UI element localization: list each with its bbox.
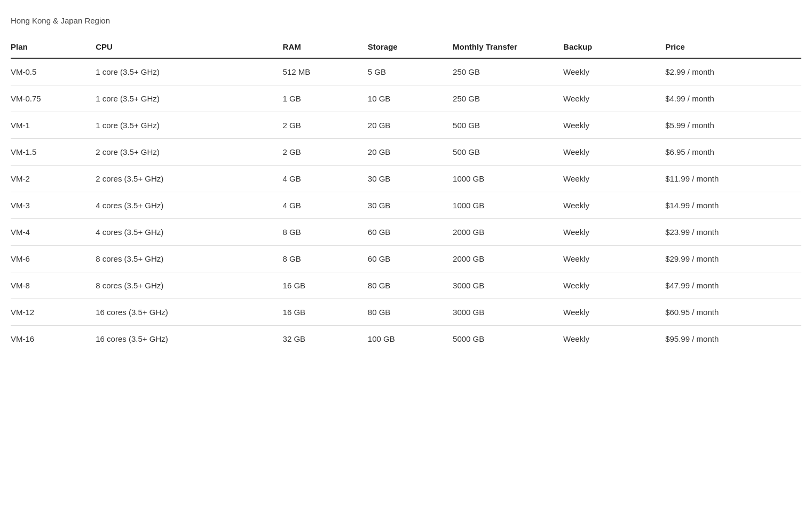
header-backup: Backup — [563, 36, 665, 58]
header-price: Price — [665, 36, 801, 58]
table-row: VM-34 cores (3.5+ GHz)4 GB30 GB1000 GBWe… — [11, 192, 801, 219]
cell-plan: VM-0.75 — [11, 85, 96, 112]
table-row: VM-68 cores (3.5+ GHz)8 GB60 GB2000 GBWe… — [11, 246, 801, 272]
cell-plan: VM-12 — [11, 299, 96, 326]
cell-price: $23.99 / month — [665, 219, 801, 246]
table-row: VM-44 cores (3.5+ GHz)8 GB60 GB2000 GBWe… — [11, 219, 801, 246]
cell-backup: Weekly — [563, 246, 665, 272]
cell-transfer: 1000 GB — [453, 192, 563, 219]
cell-cpu: 1 core (3.5+ GHz) — [96, 58, 282, 85]
cell-plan: VM-3 — [11, 192, 96, 219]
table-row: VM-22 cores (3.5+ GHz)4 GB30 GB1000 GBWe… — [11, 166, 801, 192]
cell-transfer: 2000 GB — [453, 219, 563, 246]
cell-backup: Weekly — [563, 219, 665, 246]
cell-cpu: 16 cores (3.5+ GHz) — [96, 326, 282, 352]
cell-price: $5.99 / month — [665, 112, 801, 139]
cell-backup: Weekly — [563, 272, 665, 299]
cell-backup: Weekly — [563, 326, 665, 352]
cell-storage: 100 GB — [368, 326, 453, 352]
table-row: VM-11 core (3.5+ GHz)2 GB20 GB500 GBWeek… — [11, 112, 801, 139]
cell-storage: 30 GB — [368, 192, 453, 219]
cell-ram: 2 GB — [283, 112, 368, 139]
cell-storage: 10 GB — [368, 85, 453, 112]
cell-ram: 4 GB — [283, 192, 368, 219]
region-title: Hong Kong & Japan Region — [11, 16, 801, 25]
cell-price: $2.99 / month — [665, 58, 801, 85]
cell-cpu: 8 cores (3.5+ GHz) — [96, 272, 282, 299]
cell-transfer: 500 GB — [453, 112, 563, 139]
cell-transfer: 3000 GB — [453, 299, 563, 326]
header-ram: RAM — [283, 36, 368, 58]
cell-ram: 2 GB — [283, 139, 368, 166]
cell-cpu: 2 core (3.5+ GHz) — [96, 139, 282, 166]
cell-ram: 4 GB — [283, 166, 368, 192]
cell-transfer: 500 GB — [453, 139, 563, 166]
cell-price: $11.99 / month — [665, 166, 801, 192]
cell-price: $14.99 / month — [665, 192, 801, 219]
cell-backup: Weekly — [563, 112, 665, 139]
cell-price: $4.99 / month — [665, 85, 801, 112]
header-transfer: Monthly Transfer — [453, 36, 563, 58]
cell-plan: VM-4 — [11, 219, 96, 246]
cell-transfer: 250 GB — [453, 85, 563, 112]
cell-price: $6.95 / month — [665, 139, 801, 166]
cell-transfer: 250 GB — [453, 58, 563, 85]
table-row: VM-1216 cores (3.5+ GHz)16 GB80 GB3000 G… — [11, 299, 801, 326]
cell-storage: 20 GB — [368, 112, 453, 139]
cell-cpu: 4 cores (3.5+ GHz) — [96, 219, 282, 246]
cell-plan: VM-8 — [11, 272, 96, 299]
cell-price: $29.99 / month — [665, 246, 801, 272]
cell-transfer: 3000 GB — [453, 272, 563, 299]
cell-ram: 32 GB — [283, 326, 368, 352]
header-cpu: CPU — [96, 36, 282, 58]
cell-cpu: 1 core (3.5+ GHz) — [96, 85, 282, 112]
cell-ram: 16 GB — [283, 299, 368, 326]
cell-storage: 60 GB — [368, 219, 453, 246]
cell-plan: VM-16 — [11, 326, 96, 352]
cell-plan: VM-0.5 — [11, 58, 96, 85]
cell-plan: VM-2 — [11, 166, 96, 192]
cell-cpu: 8 cores (3.5+ GHz) — [96, 246, 282, 272]
cell-cpu: 16 cores (3.5+ GHz) — [96, 299, 282, 326]
cell-ram: 16 GB — [283, 272, 368, 299]
cell-ram: 8 GB — [283, 246, 368, 272]
table-row: VM-0.751 core (3.5+ GHz)1 GB10 GB250 GBW… — [11, 85, 801, 112]
cell-storage: 30 GB — [368, 166, 453, 192]
cell-cpu: 4 cores (3.5+ GHz) — [96, 192, 282, 219]
cell-storage: 20 GB — [368, 139, 453, 166]
cell-plan: VM-1 — [11, 112, 96, 139]
cell-transfer: 1000 GB — [453, 166, 563, 192]
cell-backup: Weekly — [563, 299, 665, 326]
cell-storage: 60 GB — [368, 246, 453, 272]
table-row: VM-0.51 core (3.5+ GHz)512 MB5 GB250 GBW… — [11, 58, 801, 85]
cell-storage: 80 GB — [368, 272, 453, 299]
cell-price: $95.99 / month — [665, 326, 801, 352]
cell-backup: Weekly — [563, 192, 665, 219]
table-row: VM-1616 cores (3.5+ GHz)32 GB100 GB5000 … — [11, 326, 801, 352]
cell-ram: 1 GB — [283, 85, 368, 112]
cell-storage: 5 GB — [368, 58, 453, 85]
cell-transfer: 2000 GB — [453, 246, 563, 272]
cell-ram: 512 MB — [283, 58, 368, 85]
cell-price: $60.95 / month — [665, 299, 801, 326]
cell-plan: VM-6 — [11, 246, 96, 272]
table-header-row: Plan CPU RAM Storage Monthly Transfer Ba… — [11, 36, 801, 58]
cell-ram: 8 GB — [283, 219, 368, 246]
header-plan: Plan — [11, 36, 96, 58]
cell-storage: 80 GB — [368, 299, 453, 326]
cell-backup: Weekly — [563, 58, 665, 85]
cell-plan: VM-1.5 — [11, 139, 96, 166]
header-storage: Storage — [368, 36, 453, 58]
cell-price: $47.99 / month — [665, 272, 801, 299]
cell-cpu: 2 cores (3.5+ GHz) — [96, 166, 282, 192]
cell-transfer: 5000 GB — [453, 326, 563, 352]
cell-backup: Weekly — [563, 85, 665, 112]
cell-backup: Weekly — [563, 139, 665, 166]
pricing-table: Plan CPU RAM Storage Monthly Transfer Ba… — [11, 36, 801, 352]
cell-cpu: 1 core (3.5+ GHz) — [96, 112, 282, 139]
cell-backup: Weekly — [563, 166, 665, 192]
table-row: VM-88 cores (3.5+ GHz)16 GB80 GB3000 GBW… — [11, 272, 801, 299]
table-row: VM-1.52 core (3.5+ GHz)2 GB20 GB500 GBWe… — [11, 139, 801, 166]
